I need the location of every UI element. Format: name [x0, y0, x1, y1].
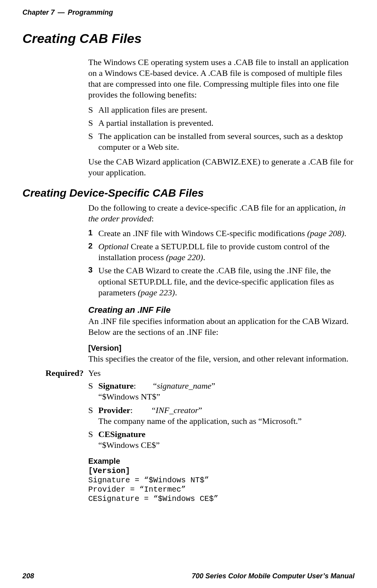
required-value: Yes	[88, 368, 101, 378]
footer: 208 700 Series Color Mobile Computer Use…	[22, 572, 355, 580]
field-value-italic: signature_name	[157, 381, 211, 391]
fields-list: Signature: “signature_name” “$Windows NT…	[88, 381, 355, 451]
list-item: Provider: “INF_creator” The company name…	[88, 405, 355, 427]
intro-paragraph: The Windows CE operating system uses a .…	[88, 57, 355, 101]
step-item: Use the CAB Wizard to create the .CAB fi…	[88, 265, 355, 298]
benefits-list: All application files are present. A par…	[88, 105, 355, 153]
running-header: Chapter 7—Programming	[22, 9, 113, 17]
list-item: Signature: “signature_name” “$Windows NT…	[88, 381, 355, 402]
code-line: Provider = “Intermec”	[88, 485, 186, 494]
content: Creating CAB Files The Windows CE operat…	[22, 31, 355, 504]
heading-device-specific: Creating Device-Specific CAB Files	[22, 187, 355, 199]
code-line: [Version]	[88, 466, 130, 475]
intro-block: The Windows CE operating system uses a .…	[88, 57, 355, 178]
quote: “	[153, 381, 157, 391]
field-sub: “$Windows CE$”	[98, 440, 160, 450]
steps-list: Create an .INF file with Windows CE-spec…	[88, 228, 355, 298]
code-block: [Version] Signature = “$Windows NT$” Pro…	[88, 466, 355, 504]
field-sub: “$Windows NT$”	[98, 392, 160, 401]
heading-inf-file: Creating an .INF File	[88, 305, 355, 315]
heading-creating-cab-files: Creating CAB Files	[22, 31, 355, 46]
quote: “	[152, 405, 156, 415]
version-description: This specifies the creator of the file, …	[88, 353, 355, 364]
list-item: All application files are present.	[88, 105, 355, 115]
list-item: CESignature “$Windows CE$”	[88, 429, 355, 451]
fields-block: Signature: “signature_name” “$Windows NT…	[88, 381, 355, 504]
page-number: 208	[22, 572, 34, 580]
step-item: Optional Create a SETUP.DLL file to prov…	[88, 241, 355, 263]
text: .	[203, 252, 206, 262]
required-row: Required? Yes	[22, 368, 355, 378]
header-section: Programming	[68, 9, 113, 16]
text: .	[175, 288, 177, 297]
header-chapter: Chapter 7	[22, 9, 55, 16]
page-ref: (page 220)	[166, 252, 203, 262]
code-line: CESignature = “$Windows CE$”	[88, 494, 218, 503]
text: :	[134, 381, 136, 391]
page-ref: (page 223)	[138, 288, 175, 297]
page: Chapter 7—Programming Creating CAB Files…	[0, 0, 377, 588]
heading-version-section: [Version]	[88, 344, 355, 353]
code-line: Signature = “$Windows NT$”	[88, 476, 209, 485]
field-value-italic: INF_creator	[156, 405, 198, 415]
text: Do the following to create a device-spec…	[88, 203, 339, 213]
field-name: Signature	[98, 381, 134, 391]
text: Create a SETUP.DLL file to provide custo…	[98, 242, 329, 262]
text: .	[344, 228, 346, 238]
text: Create an .INF file with Windows CE-spec…	[98, 228, 307, 238]
quote: ”	[198, 405, 202, 415]
manual-title: 700 Series Color Mobile Computer User’s …	[192, 572, 355, 580]
optional-label: Optional	[98, 242, 129, 251]
header-dash: —	[58, 9, 65, 16]
text: :	[130, 405, 133, 415]
page-ref: (page 208)	[307, 228, 344, 238]
text: Use the CAB Wizard to create the .CAB fi…	[98, 266, 334, 297]
heading-example: Example	[88, 457, 355, 466]
list-item: The application can be installed from se…	[88, 131, 355, 153]
cabwiz-paragraph: Use the CAB Wizard application (CABWIZ.E…	[88, 156, 355, 178]
quote: ”	[211, 381, 215, 391]
list-item: A partial installation is prevented.	[88, 118, 355, 129]
field-name: CESignature	[98, 429, 146, 439]
text: :	[151, 214, 154, 223]
field-sub: The company name of the application, suc…	[98, 416, 302, 426]
device-specific-intro: Do the following to create a device-spec…	[88, 202, 355, 224]
field-name: Provider	[98, 405, 130, 415]
step-item: Create an .INF file with Windows CE-spec…	[88, 228, 355, 239]
inf-description: An .INF file specifies information about…	[88, 316, 355, 338]
device-specific-block: Do the following to create a device-spec…	[88, 202, 355, 365]
required-label: Required?	[22, 368, 88, 378]
